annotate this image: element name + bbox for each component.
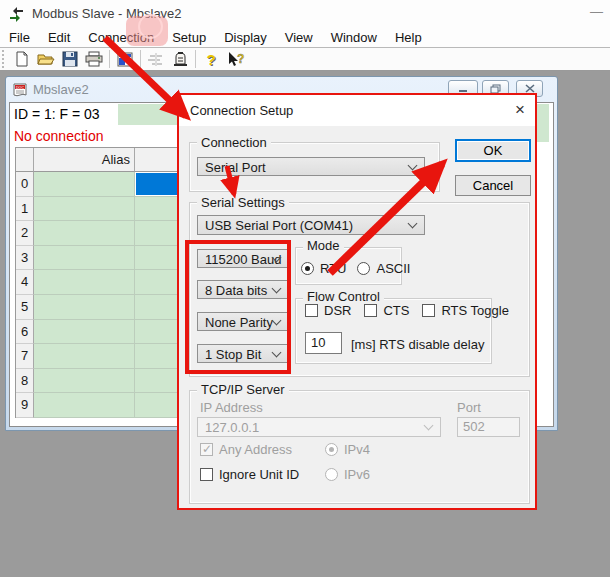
table-cell[interactable] [34,295,135,320]
data-bits-value: 8 Data bits [205,282,267,297]
dsr-checkbox[interactable] [305,304,318,317]
table-cell[interactable] [34,320,135,345]
svg-text:DOC: DOC [16,86,24,90]
app-icon [8,6,25,23]
row-header[interactable]: 6 [16,320,34,345]
row-header[interactable]: 1 [16,197,34,222]
parity-value: None Parity [205,314,273,329]
minimize-button[interactable]: — [590,0,608,28]
display-setup-icon[interactable] [114,49,136,69]
context-help-icon[interactable]: ? [224,49,246,69]
svg-text:?: ? [237,52,244,66]
data-bits-select[interactable]: 8 Data bits [197,280,289,299]
table-cell[interactable] [34,246,135,271]
row-header[interactable]: 9 [16,393,34,418]
row-header[interactable]: 0 [16,172,34,197]
dialog-title: Connection Setup [190,103,293,118]
ipv6-label: IPv6 [344,467,370,482]
rts-delay-input[interactable]: 10 [305,332,342,354]
menu-setup[interactable]: Setup [163,28,215,48]
rts-toggle-checkbox[interactable] [422,304,435,317]
table-cell[interactable] [34,393,135,418]
menu-view[interactable]: View [276,28,322,48]
chevron-down-icon [424,421,434,431]
cancel-button[interactable]: Cancel [455,175,531,196]
status-no-connection: No connection [14,128,104,144]
rts-delay-label: [ms] RTS disable delay [351,337,484,352]
toolbar-gripper [2,50,7,68]
help-icon[interactable]: ? [200,49,222,69]
table-cell[interactable] [34,344,135,369]
connection-type-value: Serial Port [205,159,266,174]
port-input: 502 [457,417,520,437]
table-header-alias[interactable]: Alias [34,148,135,172]
chevron-down-icon [272,283,282,293]
ipv4-row: IPv4 [325,442,370,457]
open-file-icon[interactable] [35,49,57,69]
rts-toggle-label: RTS Toggle [441,303,508,318]
ok-button[interactable]: OK [455,139,531,162]
menu-file[interactable]: File [0,28,39,48]
close-icon[interactable]: × [509,99,531,121]
rtu-label: RTU [320,261,346,276]
menu-window[interactable]: Window [322,28,386,48]
menu-edit[interactable]: Edit [39,28,79,48]
connection-type-select[interactable]: Serial Port [197,157,425,176]
tcpip-group-label: TCP/IP Server [197,382,289,397]
baud-rate-select[interactable]: 115200 Baud [197,249,289,268]
flow-control-group-label: Flow Control [303,289,384,304]
ignore-unit-id-checkbox[interactable] [200,468,213,481]
chevron-down-icon [408,160,418,170]
table-cell[interactable] [34,221,135,246]
print-icon[interactable] [83,49,105,69]
row-header[interactable]: 8 [16,369,34,394]
connection-icon[interactable] [145,49,167,69]
toolbar-separator [195,50,196,68]
baud-rate-value: 115200 Baud [205,251,281,266]
menu-help[interactable]: Help [386,28,431,48]
menu-display[interactable]: Display [215,28,276,48]
status-id-function: ID = 1: F = 03 [14,106,100,122]
app-titlebar: Modbus Slave - Mbslave2 — [0,0,610,28]
any-address-checkbox [200,443,213,456]
row-header[interactable]: 3 [16,246,34,271]
any-address-row: Any Address [200,442,292,457]
ip-address-label: IP Address [200,400,263,415]
parity-select[interactable]: None Parity [197,312,289,331]
ipv6-radio [325,468,338,481]
stop-bits-select[interactable]: 1 Stop Bit [197,344,289,363]
ascii-radio[interactable] [357,262,370,275]
row-header[interactable]: 5 [16,295,34,320]
new-file-icon[interactable] [11,49,33,69]
row-header[interactable]: 2 [16,221,34,246]
table-cell[interactable] [34,270,135,295]
document-icon: DOC [13,81,29,98]
ignore-unit-id-row: Ignore Unit ID [200,467,299,482]
serial-port-select[interactable]: USB Serial Port (COM41) [197,215,425,235]
table-cell[interactable] [34,369,135,394]
cts-checkbox[interactable] [364,304,377,317]
ignore-unit-id-label: Ignore Unit ID [219,467,299,482]
chevron-down-icon [272,347,282,357]
table-cell[interactable] [34,172,135,197]
table-corner-header [16,148,34,172]
table-cell[interactable] [34,197,135,222]
rtu-radio[interactable] [301,262,314,275]
row-header[interactable]: 4 [16,270,34,295]
ip-address-value: 127.0.0.1 [205,420,259,435]
poll-definition-icon[interactable] [169,49,191,69]
toolbar: ? ? [0,48,610,71]
setup-menu-highlight-ring [138,14,163,39]
ipv4-label: IPv4 [344,442,370,457]
row-header[interactable]: 7 [16,344,34,369]
document-title: Mbslave2 [33,80,89,100]
dialog-titlebar: Connection Setup × [179,95,535,126]
dsr-label: DSR [324,303,351,318]
serial-port-value: USB Serial Port (COM41) [205,218,353,233]
ascii-label: ASCII [376,261,410,276]
save-icon[interactable] [59,49,81,69]
port-label: Port [457,400,481,415]
chevron-down-icon [408,219,418,229]
ipv6-row: IPv6 [325,467,370,482]
ip-address-select: 127.0.0.1 [197,417,441,437]
